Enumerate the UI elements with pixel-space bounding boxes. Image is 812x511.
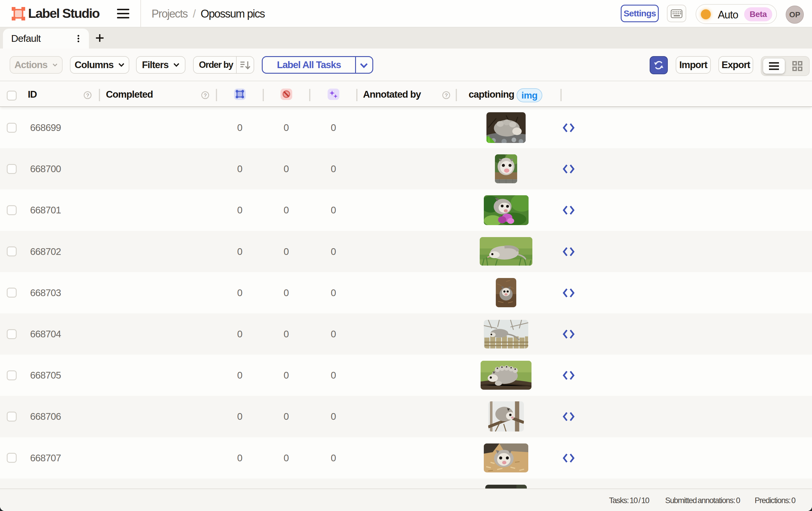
svg-text:?: ? [204,92,207,98]
svg-text:?: ? [445,92,448,98]
svg-text:?: ? [86,92,89,98]
